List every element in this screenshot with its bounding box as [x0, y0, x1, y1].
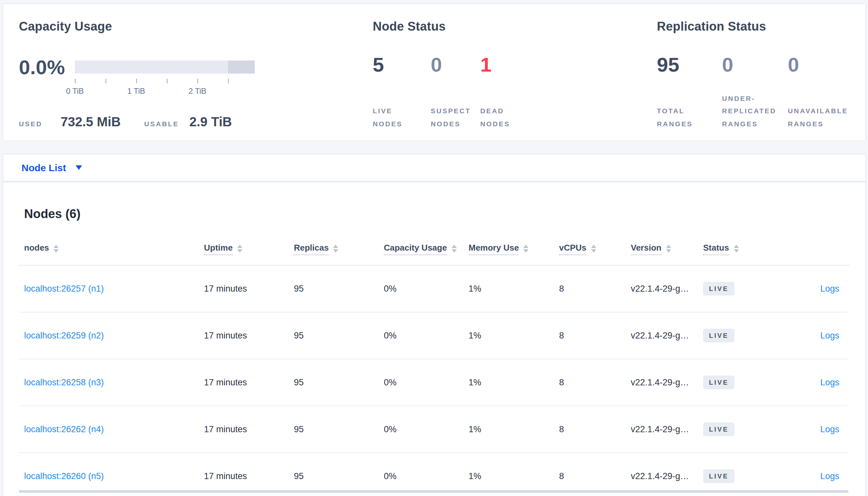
axis-tick — [75, 79, 76, 83]
column-header-label: Memory Use — [468, 243, 519, 255]
column-header-replicas[interactable]: Replicas — [294, 243, 384, 255]
page: Capacity Usage 0.0% 0 TiB1 TiB2 TiB USED… — [0, 0, 868, 496]
replicas-cell: 95 — [294, 284, 384, 294]
capacity-usage-title: Capacity Usage — [19, 19, 112, 34]
node-address-cell: localhost:26258 (n3) — [24, 377, 204, 387]
table-row: localhost:26262 (n4)17 minutes950%1%8v22… — [3, 406, 865, 452]
logs-link[interactable]: Logs — [820, 377, 839, 387]
axis-tick-label: 1 TiB — [128, 87, 145, 96]
column-header-label: nodes — [24, 243, 49, 254]
suspect-nodes-label: SUSPECT NODES — [431, 105, 476, 130]
chevron-down-icon — [76, 165, 83, 170]
column-header-version[interactable]: Version — [631, 243, 703, 255]
memory-use-cell: 1% — [468, 471, 559, 481]
status-cell: LIVE — [703, 282, 768, 295]
column-header-vcpus[interactable]: vCPUs — [559, 243, 631, 255]
version-cell: v22.1.4-29-g… — [631, 471, 703, 481]
status-badge: LIVE — [703, 282, 734, 295]
logs-link[interactable]: Logs — [820, 284, 839, 294]
capacity-usage-cell: 0% — [384, 331, 468, 340]
replicas-cell: 95 — [294, 471, 384, 481]
table-row: localhost:26260 (n5)17 minutes950%1%8v22… — [3, 453, 865, 496]
version-cell: v22.1.4-29-g… — [631, 284, 703, 294]
node-address-link[interactable]: localhost:26257 (n1) — [24, 284, 104, 294]
replicas-cell: 95 — [294, 377, 384, 387]
replication-status-title: Replication Status — [657, 19, 766, 34]
node-address-link[interactable]: localhost:26260 (n5) — [24, 471, 104, 481]
uptime-cell: 17 minutes — [204, 424, 294, 434]
status-badge: LIVE — [703, 422, 734, 436]
unavailable-ranges-label: UNAVAILABLE RANGES — [788, 105, 856, 130]
node-list-dropdown[interactable]: Node List — [21, 162, 83, 173]
sort-icon — [237, 245, 242, 252]
capacity-percent-value: 0.0% — [19, 56, 65, 79]
status-cell: LIVE — [703, 469, 768, 483]
column-header-label: Replicas — [294, 243, 329, 255]
dead-nodes-label: DEAD NODES — [480, 105, 514, 130]
status-badge: LIVE — [703, 376, 734, 389]
table-header-row: nodesUptimeReplicasCapacity UsageMemory … — [3, 243, 865, 255]
live-nodes-label: LIVE NODES — [373, 105, 407, 130]
node-status-title: Node Status — [373, 19, 446, 34]
memory-use-cell: 1% — [468, 331, 559, 340]
column-header-label: Uptime — [204, 243, 233, 255]
uptime-cell: 17 minutes — [204, 471, 294, 481]
logs-cell: Logs — [768, 377, 865, 387]
vcpus-cell: 8 — [559, 377, 631, 387]
status-cell: LIVE — [703, 422, 768, 436]
horizontal-scrollbar[interactable] — [19, 490, 849, 493]
capacity-bar-dark-segment — [228, 61, 255, 74]
sort-icon — [524, 245, 529, 252]
logs-cell: Logs — [768, 284, 865, 294]
node-address-link[interactable]: localhost:26262 (n4) — [24, 424, 104, 434]
status-cell: LIVE — [703, 376, 768, 389]
sort-icon — [733, 245, 739, 252]
column-header-label: Version — [631, 243, 661, 255]
column-header-memory-use[interactable]: Memory Use — [468, 243, 559, 255]
sort-icon — [452, 245, 457, 252]
version-cell: v22.1.4-29-g… — [631, 424, 703, 434]
axis-tick-label: 2 TiB — [189, 87, 207, 96]
node-address-cell: localhost:26260 (n5) — [24, 471, 204, 481]
logs-link[interactable]: Logs — [820, 424, 839, 434]
memory-use-cell: 1% — [468, 424, 559, 434]
logs-link[interactable]: Logs — [820, 331, 839, 340]
column-header-capacity-usage[interactable]: Capacity Usage — [384, 243, 468, 255]
logs-cell: Logs — [768, 471, 865, 481]
replicas-cell: 95 — [294, 331, 384, 340]
capacity-axis: 0 TiB1 TiB2 TiB — [75, 76, 255, 98]
column-header-label: Capacity Usage — [384, 243, 447, 255]
total-ranges-value: 95 — [657, 55, 679, 75]
under-replicated-ranges-label: UNDER-REPLICATED RANGES — [722, 92, 784, 130]
node-address-link[interactable]: localhost:26258 (n3) — [24, 377, 104, 387]
logs-cell: Logs — [768, 424, 865, 434]
axis-tick — [228, 79, 229, 83]
column-header-uptime[interactable]: Uptime — [204, 243, 294, 255]
capacity-usage-cell: 0% — [384, 377, 468, 387]
axis-tick-label: 0 TiB — [66, 87, 84, 96]
table-row: localhost:26259 (n2)17 minutes950%1%8v22… — [3, 312, 865, 359]
total-ranges-label: TOTAL RANGES — [657, 105, 697, 130]
version-cell: v22.1.4-29-g… — [631, 331, 703, 340]
axis-tick — [106, 79, 106, 83]
column-header-status[interactable]: Status — [703, 243, 768, 255]
status-badge: LIVE — [703, 329, 734, 342]
logs-cell: Logs — [768, 331, 865, 340]
sort-icon — [666, 245, 671, 252]
column-header-label: vCPUs — [559, 243, 586, 255]
node-address-link[interactable]: localhost:26259 (n2) — [24, 331, 104, 340]
sort-icon — [591, 245, 596, 252]
axis-tick — [167, 79, 167, 83]
table-row: localhost:26258 (n3)17 minutes950%1%8v22… — [3, 359, 865, 405]
uptime-cell: 17 minutes — [204, 331, 294, 340]
logs-link[interactable]: Logs — [820, 471, 839, 481]
version-cell: v22.1.4-29-g… — [631, 377, 703, 387]
column-header-nodes[interactable]: nodes — [24, 243, 204, 254]
uptime-cell: 17 minutes — [204, 377, 294, 387]
used-value: 732.5 MiB — [61, 114, 121, 129]
table-body: localhost:26257 (n1)17 minutes950%1%8v22… — [3, 266, 865, 496]
axis-tick — [197, 79, 198, 83]
view-selector-bar: Node List — [3, 154, 866, 182]
used-label: USED — [19, 120, 42, 128]
uptime-cell: 17 minutes — [204, 284, 294, 294]
